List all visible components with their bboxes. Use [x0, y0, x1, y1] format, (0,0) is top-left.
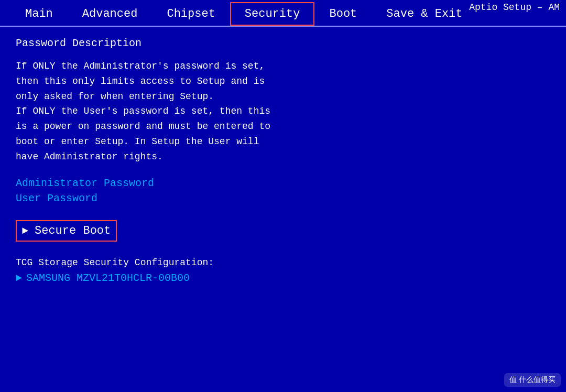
nav-menu: Main Advanced Chipset Security Boot Save…: [0, 2, 477, 26]
tcg-section: TCG Storage Security Configuration: ► SA…: [16, 257, 550, 284]
header-bar: Main Advanced Chipset Security Boot Save…: [0, 0, 566, 27]
tcg-arrow-icon: ►: [16, 272, 22, 284]
section-title: Password Description: [16, 37, 550, 49]
nav-item-boot[interactable]: Boot: [314, 2, 372, 26]
tcg-device-label: SAMSUNG MZVL21T0HCLR-00B00: [26, 272, 190, 284]
tcg-device-item[interactable]: ► SAMSUNG MZVL21T0HCLR-00B00: [16, 272, 550, 284]
password-description: If ONLY the Administrator's password is …: [16, 59, 424, 165]
nav-item-main[interactable]: Main: [10, 2, 68, 26]
nav-item-security[interactable]: Security: [230, 2, 315, 26]
watermark-text: 值 什么值得买: [509, 375, 556, 384]
password-links: Administrator Password User Password: [16, 177, 550, 204]
secure-boot-arrow-icon: ►: [22, 225, 28, 237]
nav-item-advanced[interactable]: Advanced: [68, 2, 153, 26]
tcg-section-title: TCG Storage Security Configuration:: [16, 257, 550, 268]
secure-boot-item[interactable]: ► Secure Boot: [16, 220, 117, 242]
watermark: 值 什么值得买: [504, 373, 561, 387]
secure-boot-label: Secure Boot: [35, 224, 111, 237]
admin-password-link[interactable]: Administrator Password: [16, 177, 550, 189]
nav-item-chipset[interactable]: Chipset: [152, 2, 230, 26]
main-content: Password Description If ONLY the Adminis…: [0, 27, 566, 341]
user-password-link[interactable]: User Password: [16, 192, 550, 204]
header-title: Aptio Setup – AM: [469, 2, 560, 13]
nav-item-save-exit[interactable]: Save & Exit: [372, 2, 477, 26]
